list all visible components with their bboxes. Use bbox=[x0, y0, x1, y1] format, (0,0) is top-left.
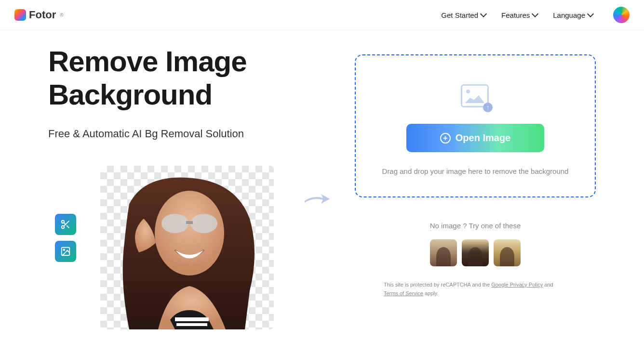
brand-logo-icon bbox=[14, 9, 26, 21]
nav-label: Features bbox=[501, 11, 530, 19]
main-nav: Get Started Features Language bbox=[441, 7, 630, 23]
svg-point-8 bbox=[161, 214, 188, 233]
chevron-down-icon bbox=[532, 11, 538, 17]
sample-person-illustration bbox=[100, 166, 274, 329]
user-avatar[interactable] bbox=[613, 7, 630, 23]
scissors-icon bbox=[60, 219, 71, 230]
privacy-policy-link[interactable]: Google Privacy Policy bbox=[491, 282, 543, 288]
upload-badge-icon: ↑ bbox=[483, 103, 493, 112]
svg-rect-11 bbox=[175, 317, 209, 321]
preview-container bbox=[48, 166, 326, 329]
sample-thumbnail-2[interactable] bbox=[462, 239, 489, 266]
header: Fotor ® Get Started Features Language bbox=[0, 0, 644, 30]
image-icon bbox=[60, 246, 71, 257]
svg-point-0 bbox=[62, 221, 65, 223]
sample-thumbnail-3[interactable] bbox=[494, 239, 521, 266]
sample-thumbnail-1[interactable] bbox=[430, 239, 457, 266]
nav-get-started[interactable]: Get Started bbox=[441, 11, 486, 19]
legal-text: This site is protected by reCAPTCHA and … bbox=[355, 281, 596, 298]
nav-features[interactable]: Features bbox=[501, 11, 537, 19]
svg-point-7 bbox=[155, 191, 224, 275]
upload-icon: ↑ bbox=[461, 84, 490, 109]
svg-point-1 bbox=[62, 226, 65, 229]
nav-label: Language bbox=[553, 11, 585, 19]
hero-section: Remove Image Background Free & Automatic… bbox=[48, 45, 326, 329]
svg-line-4 bbox=[64, 222, 66, 224]
plus-circle-icon: + bbox=[440, 133, 451, 144]
terms-of-service-link[interactable]: Terms of Service bbox=[384, 290, 423, 296]
crop-tool-button[interactable] bbox=[55, 214, 76, 235]
nav-label: Get Started bbox=[441, 11, 478, 19]
dropzone[interactable]: ↑ + Open Image Drag and drop your image … bbox=[355, 54, 596, 197]
sample-thumbnails bbox=[355, 239, 596, 266]
open-image-label: Open Image bbox=[456, 132, 510, 144]
dropzone-hint: Drag and drop your image here to remove … bbox=[370, 166, 580, 177]
svg-point-9 bbox=[190, 214, 217, 233]
chevron-down-icon bbox=[480, 11, 487, 17]
svg-point-6 bbox=[63, 249, 65, 250]
legal-suffix: apply. bbox=[425, 290, 439, 296]
registered-mark: ® bbox=[60, 13, 63, 18]
svg-rect-12 bbox=[176, 323, 207, 326]
arrow-icon bbox=[304, 189, 331, 211]
brand-name: Fotor bbox=[29, 9, 56, 21]
upload-section: ↑ + Open Image Drag and drop your image … bbox=[355, 45, 596, 329]
page-title: Remove Image Background bbox=[48, 45, 326, 111]
chevron-down-icon bbox=[587, 11, 594, 17]
legal-and: and bbox=[544, 282, 553, 288]
page-subtitle: Free & Automatic AI Bg Removal Solution bbox=[48, 126, 326, 142]
open-image-button[interactable]: + Open Image bbox=[406, 124, 544, 152]
main-content: Remove Image Background Free & Automatic… bbox=[0, 30, 644, 329]
legal-prefix: This site is protected by reCAPTCHA and … bbox=[384, 282, 491, 288]
svg-line-3 bbox=[67, 225, 69, 228]
image-tool-button[interactable] bbox=[55, 241, 76, 262]
brand-logo[interactable]: Fotor ® bbox=[14, 9, 64, 21]
nav-language[interactable]: Language bbox=[553, 11, 593, 19]
samples-title: No image ? Try one of these bbox=[355, 222, 596, 230]
preview-image bbox=[100, 166, 274, 329]
svg-rect-10 bbox=[186, 221, 193, 224]
tool-buttons bbox=[55, 214, 76, 262]
